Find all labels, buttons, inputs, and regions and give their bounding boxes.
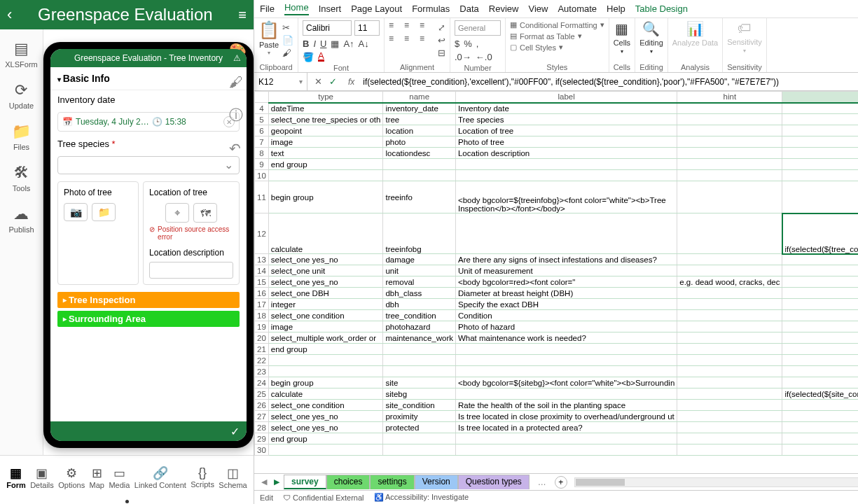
bottom-tab-form[interactable]: ▦Form [6, 465, 26, 489]
cell-20-1[interactable]: maintenance_work [383, 332, 456, 344]
species-dropdown[interactable] [57, 156, 240, 174]
cell-11-3[interactable] [677, 181, 782, 214]
sheet-tab-choices[interactable]: choices [326, 475, 371, 489]
cell-17-1[interactable]: dbh [383, 299, 456, 310]
row-header-7[interactable]: 7 [255, 136, 269, 148]
cell-12-2[interactable] [455, 214, 677, 254]
row-header-21[interactable]: 21 [255, 344, 269, 355]
cell-29-2[interactable] [455, 433, 677, 444]
cell-25-3[interactable] [677, 388, 782, 400]
paint-icon[interactable]: 🖌 [229, 74, 247, 90]
italic-button[interactable]: I [313, 38, 316, 49]
sheet-tab-question-types[interactable]: Question types [458, 475, 530, 489]
cell-16-2[interactable]: Diameter at breast height (DBH) [455, 288, 677, 299]
column-header-name[interactable]: name [383, 92, 456, 103]
cell-25-4[interactable]: if(selected(${site_condition}, [782, 388, 858, 400]
cell-12-4[interactable]: if(selected(${tree_condition},'excellent… [782, 214, 858, 254]
column-header-calculation[interactable]: calculation [782, 92, 858, 103]
cells-button[interactable]: ▦Cells▾ [614, 20, 630, 55]
formula-bar[interactable]: if(selected(${tree_condition},'excellent… [359, 77, 858, 87]
row-header-17[interactable]: 17 [255, 299, 269, 310]
increase-decimal-icon[interactable]: .0→ [455, 52, 471, 62]
editing-button[interactable]: 🔍Editing▾ [639, 20, 663, 55]
cell-18-2[interactable]: Condition [455, 310, 677, 321]
cell-22-1[interactable] [383, 355, 456, 366]
ribbon-tab-table-design[interactable]: Table Design [635, 4, 688, 14]
cell-24-0[interactable]: begin group [268, 377, 383, 388]
conditional-formatting-button[interactable]: ▦Conditional Formatting▾ [510, 20, 604, 29]
cell-21-4[interactable] [782, 344, 858, 355]
cell-5-0[interactable]: select_one tree_species or oth [268, 114, 383, 125]
cell-14-2[interactable]: Unit of measurement [455, 265, 677, 276]
status-accessibility[interactable]: ♿ Accessibility: Investigate [374, 493, 469, 502]
cell-16-0[interactable]: select_one DBH [268, 288, 383, 299]
cell-12-3[interactable] [677, 214, 782, 254]
row-header-24[interactable]: 24 [255, 377, 269, 388]
row-header-22[interactable]: 22 [255, 355, 269, 366]
cell-29-4[interactable] [782, 433, 858, 444]
cell-20-4[interactable] [782, 332, 858, 344]
cell-26-0[interactable]: select_one condition [268, 400, 383, 411]
cell-10-4[interactable] [782, 170, 858, 181]
cell-4-1[interactable]: inventory_date [383, 103, 456, 114]
bottom-tab-map[interactable]: ⊞Map [90, 465, 104, 489]
gps-button[interactable]: ⌖ [165, 203, 189, 223]
sheet-tab-settings[interactable]: settings [370, 475, 414, 489]
cell-23-3[interactable] [677, 366, 782, 377]
bottom-tab-media[interactable]: ▭Media [109, 465, 130, 489]
percent-icon[interactable]: % [464, 38, 472, 49]
row-header-6[interactable]: 6 [255, 125, 269, 136]
row-header-23[interactable]: 23 [255, 366, 269, 377]
row-header-14[interactable]: 14 [255, 265, 269, 276]
font-color-button[interactable]: A [318, 52, 324, 62]
cell-30-0[interactable] [268, 444, 383, 456]
cell-22-4[interactable] [782, 355, 858, 366]
horizontal-scrollbar[interactable] [574, 477, 858, 487]
cell-17-3[interactable] [677, 299, 782, 310]
cell-30-4[interactable] [782, 444, 858, 456]
sheet-nav-next[interactable]: ▶ [271, 477, 282, 486]
border-button[interactable]: ▦ [331, 38, 339, 49]
cell-28-2[interactable]: Is tree located in a protected area? [455, 422, 677, 433]
cell-6-3[interactable] [677, 125, 782, 136]
row-header-25[interactable]: 25 [255, 388, 269, 400]
desc-input[interactable] [149, 262, 233, 279]
cell-22-3[interactable] [677, 355, 782, 366]
row-header-20[interactable]: 20 [255, 332, 269, 344]
ribbon-tab-formulas[interactable]: Formulas [412, 4, 450, 14]
cell-26-1[interactable]: site_condition [383, 400, 456, 411]
cell-13-4[interactable] [782, 254, 858, 265]
row-header-12[interactable]: 12 [255, 214, 269, 254]
analyze-data-button[interactable]: 📊Analyze Data [672, 20, 718, 47]
cell-29-0[interactable]: end group [268, 433, 383, 444]
cell-22-0[interactable] [268, 355, 383, 366]
sidebar-item-tools[interactable]: 🛠Tools [13, 164, 31, 192]
cell-30-2[interactable] [455, 444, 677, 456]
cell-18-4[interactable] [782, 310, 858, 321]
cell-10-3[interactable] [677, 170, 782, 181]
cell-21-0[interactable]: end group [268, 344, 383, 355]
undo-icon[interactable]: ↶ [229, 140, 247, 157]
cell-styles-button[interactable]: ▢Cell Styles▾ [510, 43, 604, 52]
font-size-select[interactable] [354, 20, 380, 36]
cell-13-0[interactable]: select_one yes_no [268, 254, 383, 265]
sheet-more[interactable]: … [531, 476, 553, 489]
info-icon[interactable]: ⓘ [229, 106, 247, 125]
row-header-11[interactable]: 11 [255, 181, 269, 214]
cell-11-0[interactable]: begin group [268, 181, 383, 214]
cell-21-2[interactable] [455, 344, 677, 355]
cell-16-4[interactable] [782, 288, 858, 299]
comma-icon[interactable]: , [476, 38, 479, 49]
cell-8-1[interactable]: locationdesc [383, 148, 456, 159]
cell-6-4[interactable] [782, 125, 858, 136]
cell-27-4[interactable] [782, 411, 858, 422]
column-header-type[interactable]: type [268, 92, 383, 103]
sidebar-item-update[interactable]: ⟳Update [9, 81, 34, 110]
cell-19-3[interactable] [677, 321, 782, 332]
cell-9-1[interactable] [383, 159, 456, 170]
cell-28-3[interactable] [677, 422, 782, 433]
ribbon-tab-data[interactable]: Data [459, 4, 478, 14]
cell-11-1[interactable]: treeinfo [383, 181, 456, 214]
row-header-13[interactable]: 13 [255, 254, 269, 265]
submit-check-icon[interactable]: ✓ [230, 425, 240, 438]
